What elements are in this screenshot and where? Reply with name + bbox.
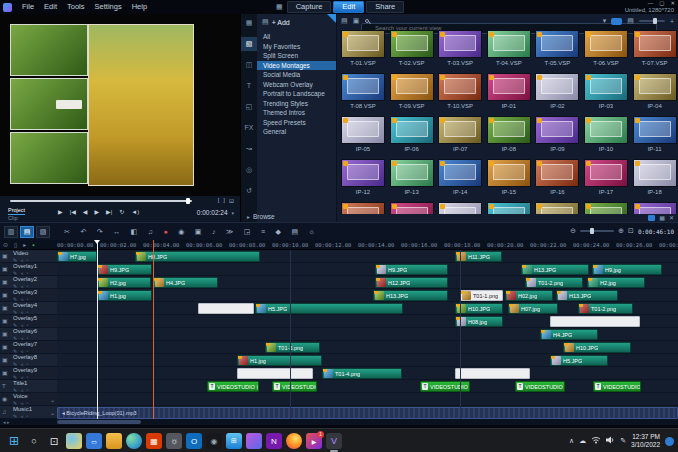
overlay-icon[interactable]: ◱ — [241, 100, 257, 114]
onenote-button[interactable]: N — [266, 433, 282, 449]
thumb-zoom-slider[interactable] — [639, 20, 665, 22]
swap-tracks-icon[interactable]: ⊙ — [3, 241, 8, 249]
next-frame-button[interactable]: ▶ — [94, 208, 99, 215]
timeline-clip[interactable]: H13.JPG — [521, 264, 589, 275]
timeline-clip[interactable]: H9.jpg — [592, 264, 662, 275]
record-icon[interactable]: ● — [164, 227, 168, 237]
template-thumbnail[interactable]: T-01.VSP — [341, 30, 389, 66]
previous-frame-button[interactable]: ◀ — [83, 208, 88, 215]
track-manager-icon[interactable]: ▤ — [291, 227, 298, 237]
template-thumbnail[interactable]: IP-03 — [584, 73, 632, 109]
split-icon[interactable]: ✂ — [64, 227, 70, 237]
template-thumbnail[interactable]: IP-12 — [341, 159, 389, 195]
timeline-clip[interactable]: H11.JPG — [455, 251, 502, 262]
clip-mode-button[interactable]: Clip — [8, 215, 25, 222]
scrubber-track[interactable] — [10, 200, 192, 202]
close-button[interactable]: ✕ — [670, 0, 675, 7]
category-social-media[interactable]: Social Media — [257, 70, 336, 80]
timeline-clip[interactable]: T01-2.png — [578, 303, 633, 314]
browse-button[interactable]: ▸ Browse — [247, 213, 275, 220]
template-thumbnail[interactable]: IP-02 — [535, 73, 583, 109]
category-speed-presets[interactable]: Speed Presets — [257, 118, 336, 128]
view-toggle[interactable] — [611, 18, 622, 25]
zoom-in-icon[interactable]: ⊕ — [618, 227, 624, 235]
title-icon[interactable]: T — [241, 79, 257, 93]
filter-icon[interactable]: ▾ — [603, 17, 607, 25]
template-thumbnail[interactable]: IP-05 — [341, 116, 389, 152]
template-thumbnail[interactable]: T-08.VSP — [341, 73, 389, 109]
crossfade-icon[interactable]: ◧ — [131, 227, 138, 237]
repeat-button[interactable]: ↻ — [119, 208, 124, 215]
select-view-icon[interactable] — [648, 215, 655, 221]
category-themed-intros[interactable]: Themed Intros — [257, 108, 336, 118]
minimize-button[interactable]: — — [648, 0, 654, 7]
volume-button[interactable]: ◄) — [131, 209, 139, 215]
onedrive-icon[interactable]: ☁ — [579, 436, 586, 446]
timeline-clip[interactable]: H9.JPG — [97, 264, 152, 275]
category-general[interactable]: General — [257, 127, 336, 137]
template-thumbnail[interactable]: IP-01 — [487, 73, 535, 109]
transition-icon[interactable]: ◫ — [241, 58, 257, 72]
volume-icon[interactable] — [606, 436, 615, 447]
home-button[interactable]: |◀ — [70, 208, 76, 215]
timeline-ruler[interactable]: ⊙▯▸▪ 00:00:00.0000:00:02.0000:00:04.0000… — [0, 240, 678, 250]
timeline-clip[interactable] — [455, 368, 530, 379]
timeline-clip[interactable]: H13.JPG — [556, 290, 618, 301]
audio-mixer-icon[interactable]: ♫ — [148, 227, 153, 237]
timeline-clip[interactable]: H1.jpg — [237, 355, 322, 366]
workspace-grid-icon[interactable]: ▦ — [276, 3, 283, 11]
add-media-icon[interactable]: + — [670, 18, 674, 25]
gallery-icon[interactable]: ▤ — [341, 17, 348, 25]
template-thumbnail[interactable]: IP-09 — [535, 116, 583, 152]
subtitle-icon[interactable]: ≡ — [261, 227, 265, 237]
timeline-zoom-slider[interactable] — [580, 230, 614, 232]
tracking-icon[interactable]: ◎ — [241, 163, 257, 177]
timeline-view-button[interactable]: ▤ — [20, 226, 34, 238]
settings-button[interactable]: ☼ — [166, 433, 182, 449]
timeline-clip[interactable]: T01-4.png — [322, 368, 402, 379]
project-mode-button[interactable]: Project — [8, 207, 25, 215]
template-thumbnail[interactable]: T-07.VSP — [633, 30, 678, 66]
add-label[interactable]: + Add — [272, 19, 290, 26]
grid-view-icon[interactable]: ▦ — [659, 214, 665, 221]
folder-icon[interactable]: ▣ — [353, 17, 360, 25]
loop-button[interactable] — [246, 433, 262, 449]
timecode-dropdown-icon[interactable]: ▾ — [231, 210, 234, 216]
title-clip[interactable]: TVIDEOSTUDIO — [593, 381, 641, 392]
start-button[interactable]: ⊞ — [6, 433, 22, 449]
timeline-clip[interactable]: T01-3.png — [265, 342, 320, 353]
timeline-clip[interactable]: H5.JPG — [255, 303, 403, 314]
end-button[interactable]: ▶| — [106, 208, 112, 215]
preview-stage[interactable] — [0, 14, 240, 196]
tab-share[interactable]: Share — [366, 1, 404, 13]
timeline-clip[interactable]: T01-2.png — [525, 277, 583, 288]
timeline-clip[interactable]: H1.jpg — [97, 290, 152, 301]
auto-scroll-icon[interactable]: ▸ — [23, 241, 26, 249]
wifi-icon[interactable] — [591, 436, 601, 447]
chapter-icon[interactable]: ◆ — [276, 227, 281, 237]
mark-in-icon[interactable]: [ — [218, 197, 220, 204]
redo-icon[interactable]: ↷ — [97, 227, 103, 237]
snapshot-icon[interactable]: ▣ — [195, 227, 202, 237]
timeline-clip[interactable]: H07.jpg — [508, 303, 558, 314]
trim-icon[interactable]: ↔ — [113, 227, 120, 237]
zoom-out-icon[interactable]: ⊖ — [570, 227, 576, 235]
close-panel-icon[interactable]: ✕ — [669, 214, 674, 221]
timeline-clip[interactable]: H12.JPG — [375, 277, 448, 288]
timeline-clip[interactable]: H08.jpg — [455, 316, 503, 327]
template-thumbnail[interactable]: IP-04 — [633, 73, 678, 109]
pen-icon[interactable]: ✎ — [620, 436, 626, 446]
mixed-view-button[interactable]: ▨ — [36, 226, 50, 238]
template-thumbnail[interactable]: IP-15 — [487, 159, 535, 195]
playhead-line[interactable] — [97, 240, 98, 419]
scrollbar-thumb[interactable] — [57, 420, 141, 424]
category-split-screen[interactable]: Split Screen — [257, 51, 336, 61]
playhead-marker[interactable] — [94, 240, 100, 247]
category-trending-styles[interactable]: Trending Styles — [257, 99, 336, 109]
template-thumbnail[interactable]: T-02.VSP — [390, 30, 438, 66]
speed-icon[interactable]: ↺ — [241, 184, 257, 198]
tab-capture[interactable]: Capture — [287, 1, 332, 13]
add-category-row[interactable]: ▤ + Add — [257, 16, 290, 28]
timeline-settings-icon[interactable]: ☼ — [309, 227, 315, 237]
menu-edit[interactable]: Edit — [39, 0, 62, 14]
